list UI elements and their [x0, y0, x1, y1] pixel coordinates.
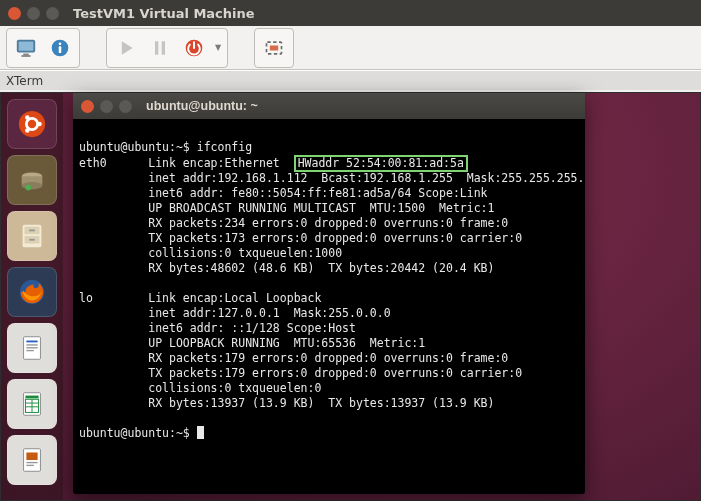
- close-icon[interactable]: [8, 7, 21, 20]
- command-text: ifconfig: [197, 140, 252, 154]
- iface-eth0: eth0: [79, 156, 107, 170]
- maximize-icon[interactable]: [46, 7, 59, 20]
- play-button: [109, 31, 143, 65]
- launcher-install[interactable]: [7, 155, 57, 205]
- shutdown-menu-caret[interactable]: ▼: [211, 31, 225, 65]
- power-icon: [184, 38, 204, 58]
- unity-launcher: [1, 93, 63, 500]
- play-icon: [116, 38, 136, 58]
- launcher-calc[interactable]: [7, 379, 57, 429]
- presentation-icon: [17, 445, 47, 475]
- pause-button: [143, 31, 177, 65]
- svg-rect-41: [26, 465, 34, 466]
- terminal-window[interactable]: ubuntu@ubuntu: ~ ubuntu@ubuntu:~$ ifconf…: [73, 93, 585, 494]
- details-button[interactable]: [43, 31, 77, 65]
- svg-rect-7: [155, 41, 158, 54]
- svg-point-15: [25, 115, 30, 120]
- svg-rect-11: [270, 45, 278, 50]
- svg-rect-40: [26, 462, 37, 463]
- disk-icon: [17, 165, 47, 195]
- terminal-body[interactable]: ubuntu@ubuntu:~$ ifconfig eth0 Link enca…: [73, 119, 585, 462]
- vm-toolbar: ▼: [0, 26, 701, 70]
- svg-rect-25: [29, 239, 35, 241]
- svg-rect-1: [19, 41, 34, 50]
- fullscreen-icon: [264, 38, 284, 58]
- close-icon[interactable]: [81, 100, 94, 113]
- svg-rect-24: [29, 229, 35, 231]
- hwaddr-highlight: HWaddr 52:54:00:81:ad:5a: [294, 155, 468, 172]
- vm-window-title: TestVM1 Virtual Machine: [73, 6, 255, 21]
- svg-rect-31: [26, 350, 34, 351]
- maximize-icon[interactable]: [119, 100, 132, 113]
- terminal-cursor: [197, 426, 204, 439]
- svg-rect-29: [26, 344, 37, 345]
- svg-point-20: [25, 185, 31, 191]
- prompt: ubuntu@ubuntu:~$: [79, 140, 190, 154]
- launcher-dash[interactable]: [7, 99, 57, 149]
- xterm-label-text: XTerm: [6, 74, 43, 88]
- svg-rect-28: [26, 341, 37, 343]
- svg-rect-39: [26, 453, 37, 461]
- ubuntu-logo-icon: [17, 109, 47, 139]
- fullscreen-button[interactable]: [257, 31, 291, 65]
- iface-lo: lo: [79, 291, 93, 305]
- vm-window-titlebar: TestVM1 Virtual Machine: [0, 0, 701, 26]
- info-icon: [50, 38, 70, 58]
- xterm-tab-label[interactable]: XTerm: [0, 70, 701, 90]
- svg-point-16: [25, 128, 30, 133]
- svg-rect-6: [59, 46, 62, 53]
- monitor-icon: [15, 37, 37, 59]
- svg-point-5: [59, 42, 62, 45]
- minimize-icon[interactable]: [100, 100, 113, 113]
- launcher-writer[interactable]: [7, 323, 57, 373]
- svg-point-19: [22, 182, 43, 190]
- prompt: ubuntu@ubuntu:~$: [79, 426, 190, 440]
- shutdown-button[interactable]: [177, 31, 211, 65]
- firefox-icon: [17, 277, 47, 307]
- minimize-icon[interactable]: [27, 7, 40, 20]
- terminal-title: ubuntu@ubuntu: ~: [146, 99, 258, 113]
- svg-rect-33: [25, 396, 38, 399]
- console-button[interactable]: [9, 31, 43, 65]
- file-cabinet-icon: [17, 221, 47, 251]
- guest-desktop: ubuntu@ubuntu: ~ ubuntu@ubuntu:~$ ifconf…: [0, 92, 701, 501]
- svg-point-14: [37, 122, 42, 127]
- svg-rect-3: [21, 55, 30, 56]
- pause-icon: [150, 38, 170, 58]
- launcher-impress[interactable]: [7, 435, 57, 485]
- svg-rect-2: [23, 53, 29, 55]
- svg-rect-8: [162, 41, 165, 54]
- terminal-titlebar: ubuntu@ubuntu: ~: [73, 93, 585, 119]
- spreadsheet-icon: [17, 389, 47, 419]
- launcher-files[interactable]: [7, 211, 57, 261]
- svg-rect-30: [26, 347, 37, 348]
- document-writer-icon: [17, 333, 47, 363]
- launcher-firefox[interactable]: [7, 267, 57, 317]
